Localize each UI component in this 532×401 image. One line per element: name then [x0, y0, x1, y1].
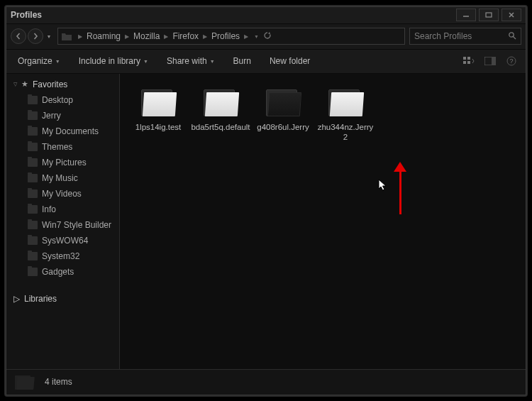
svg-point-4	[509, 33, 514, 37]
folder-icon	[139, 87, 177, 118]
breadcrumb-segment[interactable]: Firefox	[170, 31, 201, 41]
sidebar-item-system32[interactable]: System32	[6, 248, 119, 264]
organize-menu[interactable]: Organize▼	[13, 53, 65, 69]
explorer-body: ▽ ★ Favorites Desktop Jerry My Documents…	[6, 74, 526, 369]
navigation-bar: ▼ ▶ Roaming ▶ Mozilla ▶ Firefox ▶ Profil…	[6, 24, 526, 50]
sidebar-item-my-videos[interactable]: My Videos	[6, 186, 119, 202]
chevron-down-icon: ▼	[143, 59, 148, 64]
sidebar-item-my-documents[interactable]: My Documents	[6, 123, 119, 139]
sidebar-item-jerry[interactable]: Jerry	[6, 108, 119, 123]
explorer-window: Profiles ▼ ▶ Roaming ▶ Mozilla ▶	[6, 6, 526, 395]
minimize-button[interactable]	[456, 9, 476, 21]
folder-icon	[61, 31, 72, 42]
address-bar[interactable]: ▶ Roaming ▶ Mozilla ▶ Firefox ▶ Profiles…	[57, 28, 405, 45]
search-input[interactable]: Search Profiles	[409, 28, 521, 45]
folder-icon	[28, 236, 38, 245]
mouse-cursor-icon	[378, 179, 388, 192]
back-button[interactable]	[11, 28, 26, 44]
chevron-right-icon: ▶	[243, 33, 250, 40]
folder-icon	[28, 96, 38, 104]
include-in-library-menu[interactable]: Include in library▼	[74, 53, 153, 69]
folder-icon	[28, 127, 38, 136]
sidebar-item-my-music[interactable]: My Music	[6, 170, 119, 186]
status-text: 4 items	[45, 377, 72, 387]
folder-item[interactable]: bda5rt5q.default	[191, 87, 250, 132]
libraries-header[interactable]: ▷ Libraries	[6, 291, 119, 307]
svg-text:?: ?	[509, 57, 513, 65]
item-label: bda5rt5q.default	[191, 122, 250, 132]
svg-rect-8	[463, 61, 466, 64]
item-label: g408r6ul.Jerry	[257, 122, 309, 132]
folder-icon	[28, 268, 38, 276]
folder-item[interactable]: zhu344nz.Jerry2	[316, 87, 375, 143]
search-icon	[508, 31, 516, 41]
folder-icon	[28, 189, 38, 198]
share-with-menu[interactable]: Share with▼	[162, 53, 219, 69]
collapse-icon: ▷	[13, 294, 20, 304]
svg-line-5	[514, 37, 516, 39]
folder-icon	[28, 221, 38, 229]
nav-history-dropdown[interactable]: ▼	[45, 28, 53, 44]
help-button[interactable]: ?	[504, 54, 519, 68]
star-icon: ★	[21, 79, 28, 89]
new-folder-button[interactable]: New folder	[265, 53, 314, 69]
chevron-down-icon: ▼	[210, 59, 215, 64]
refresh-icon[interactable]	[263, 31, 272, 42]
items-view[interactable]: 1lps14ig.test bda5rt5q.default g408r6ul.…	[120, 74, 526, 369]
svg-rect-6	[463, 57, 466, 60]
search-placeholder: Search Profiles	[414, 31, 472, 41]
sidebar-item-my-pictures[interactable]: My Pictures	[6, 155, 119, 170]
svg-rect-1	[486, 13, 492, 17]
forward-button[interactable]	[28, 28, 43, 44]
chevron-down-icon: ▼	[55, 59, 60, 64]
item-label: zhu344nz.Jerry2	[316, 122, 375, 143]
close-button[interactable]	[501, 9, 521, 21]
chevron-right-icon: ▶	[201, 33, 209, 40]
svg-rect-7	[467, 57, 470, 60]
preview-pane-button[interactable]	[483, 54, 497, 68]
breadcrumb-segment[interactable]: Profiles	[209, 31, 243, 41]
folder-icon	[201, 87, 240, 118]
folder-icon	[28, 158, 38, 167]
sidebar-item-info[interactable]: Info	[6, 202, 119, 217]
sidebar-item-syswow64[interactable]: SysWOW64	[6, 233, 119, 248]
item-label: 1lps14ig.test	[135, 122, 182, 132]
address-dropdown-icon[interactable]: ▼	[254, 34, 259, 39]
svg-rect-9	[467, 61, 470, 64]
folder-icon	[28, 252, 38, 260]
folder-icon	[28, 205, 38, 214]
sidebar-item-win7-style-builder[interactable]: Win7 Style Builder	[6, 217, 119, 233]
sidebar-item-desktop[interactable]: Desktop	[6, 92, 119, 108]
change-view-button[interactable]	[462, 54, 476, 68]
chevron-right-icon: ▶	[123, 33, 131, 40]
folder-icon	[15, 373, 35, 391]
favorites-header[interactable]: ▽ ★ Favorites	[6, 77, 119, 92]
folder-icon	[28, 143, 38, 151]
navigation-pane: ▽ ★ Favorites Desktop Jerry My Documents…	[6, 74, 120, 369]
sidebar-item-gadgets[interactable]: Gadgets	[6, 264, 119, 280]
chevron-right-icon: ▶	[162, 33, 170, 40]
annotation-arrow-icon	[394, 159, 408, 273]
folder-icon	[326, 87, 365, 118]
maximize-button[interactable]	[479, 9, 499, 21]
folder-item[interactable]: g408r6ul.Jerry	[253, 87, 313, 132]
breadcrumb-segment[interactable]: Mozilla	[131, 31, 162, 41]
status-bar: 4 items	[6, 369, 526, 395]
folder-icon	[28, 111, 38, 120]
burn-button[interactable]: Burn	[229, 53, 255, 69]
window-title: Profiles	[11, 10, 42, 20]
svg-rect-11	[492, 57, 496, 65]
folder-icon	[264, 87, 302, 118]
folder-icon	[28, 174, 38, 182]
command-toolbar: Organize▼ Include in library▼ Share with…	[6, 50, 526, 74]
title-bar: Profiles	[6, 7, 526, 24]
sidebar-item-themes[interactable]: Themes	[6, 139, 119, 155]
folder-item[interactable]: 1lps14ig.test	[128, 87, 188, 132]
breadcrumb-segment[interactable]: Roaming	[84, 31, 123, 41]
chevron-right-icon: ▶	[77, 33, 84, 40]
collapse-icon: ▽	[13, 82, 17, 87]
